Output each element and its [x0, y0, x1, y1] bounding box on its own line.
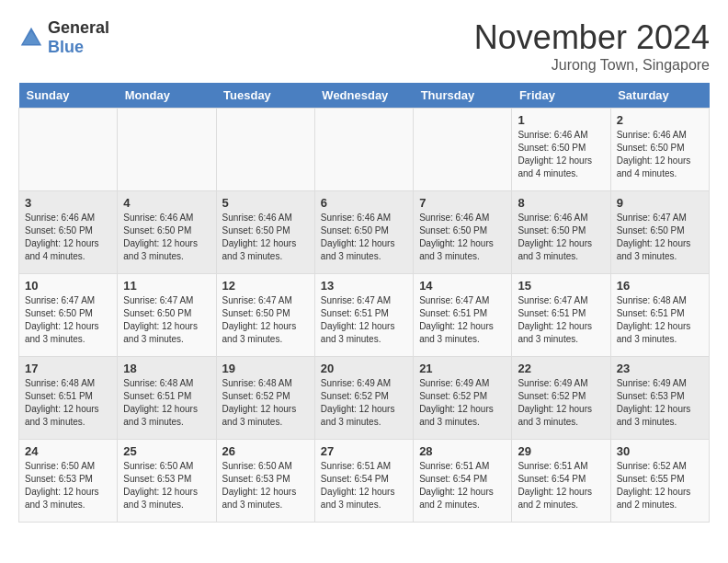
month-title: November 2024 — [474, 18, 710, 57]
calendar-cell: 29Sunrise: 6:51 AM Sunset: 6:54 PM Dayli… — [512, 440, 610, 523]
day-number: 22 — [518, 362, 604, 375]
calendar-header-row: SundayMondayTuesdayWednesdayThursdayFrid… — [19, 83, 710, 109]
location-subtitle: Jurong Town, Singapore — [474, 57, 710, 74]
day-number: 1 — [518, 113, 604, 127]
calendar-cell — [216, 109, 314, 191]
header-tuesday: Tuesday — [216, 83, 314, 109]
calendar-cell: 18Sunrise: 6:48 AM Sunset: 6:51 PM Dayli… — [118, 357, 216, 440]
logo-icon — [18, 25, 44, 51]
day-number: 12 — [222, 279, 309, 293]
calendar-cell: 3Sunrise: 6:46 AM Sunset: 6:50 PM Daylig… — [19, 191, 118, 274]
day-details: Sunrise: 6:51 AM Sunset: 6:54 PM Dayligh… — [518, 460, 604, 511]
day-number: 7 — [419, 196, 506, 210]
calendar-cell: 21Sunrise: 6:49 AM Sunset: 6:52 PM Dayli… — [414, 357, 512, 440]
calendar-week-1: 1Sunrise: 6:46 AM Sunset: 6:50 PM Daylig… — [19, 109, 710, 191]
calendar-cell: 28Sunrise: 6:51 AM Sunset: 6:54 PM Dayli… — [414, 440, 512, 523]
day-number: 8 — [518, 196, 604, 210]
calendar-cell: 11Sunrise: 6:47 AM Sunset: 6:50 PM Dayli… — [118, 274, 216, 357]
day-details: Sunrise: 6:46 AM Sunset: 6:50 PM Dayligh… — [518, 212, 604, 263]
logo-blue-text: Blue — [48, 38, 84, 56]
day-number: 30 — [617, 444, 703, 458]
calendar-week-5: 24Sunrise: 6:50 AM Sunset: 6:53 PM Dayli… — [19, 440, 710, 523]
calendar-week-4: 17Sunrise: 6:48 AM Sunset: 6:51 PM Dayli… — [19, 357, 710, 440]
day-number: 16 — [617, 279, 703, 293]
day-number: 11 — [123, 279, 210, 293]
day-details: Sunrise: 6:49 AM Sunset: 6:52 PM Dayligh… — [419, 377, 506, 429]
day-details: Sunrise: 6:49 AM Sunset: 6:53 PM Dayligh… — [617, 377, 703, 429]
day-details: Sunrise: 6:46 AM Sunset: 6:50 PM Dayligh… — [222, 212, 309, 263]
calendar-cell: 27Sunrise: 6:51 AM Sunset: 6:54 PM Dayli… — [314, 440, 413, 523]
header-saturday: Saturday — [610, 83, 709, 109]
calendar-cell: 10Sunrise: 6:47 AM Sunset: 6:50 PM Dayli… — [19, 274, 118, 357]
day-details: Sunrise: 6:47 AM Sunset: 6:51 PM Dayligh… — [419, 294, 506, 346]
calendar-cell: 23Sunrise: 6:49 AM Sunset: 6:53 PM Dayli… — [610, 357, 709, 440]
day-details: Sunrise: 6:50 AM Sunset: 6:53 PM Dayligh… — [222, 460, 309, 511]
day-number: 21 — [419, 362, 506, 375]
day-details: Sunrise: 6:50 AM Sunset: 6:53 PM Dayligh… — [25, 460, 111, 511]
day-number: 18 — [123, 362, 210, 375]
day-details: Sunrise: 6:48 AM Sunset: 6:52 PM Dayligh… — [222, 377, 309, 429]
day-number: 25 — [123, 444, 210, 458]
day-number: 26 — [222, 444, 309, 458]
calendar-table: SundayMondayTuesdayWednesdayThursdayFrid… — [18, 83, 710, 523]
header-wednesday: Wednesday — [314, 83, 413, 109]
calendar-cell: 7Sunrise: 6:46 AM Sunset: 6:50 PM Daylig… — [414, 191, 512, 274]
page-header: General Blue November 2024 Jurong Town, … — [18, 18, 710, 74]
calendar-cell: 16Sunrise: 6:48 AM Sunset: 6:51 PM Dayli… — [610, 274, 709, 357]
calendar-cell: 14Sunrise: 6:47 AM Sunset: 6:51 PM Dayli… — [414, 274, 512, 357]
calendar-cell: 9Sunrise: 6:47 AM Sunset: 6:50 PM Daylig… — [610, 191, 709, 274]
day-number: 17 — [25, 362, 111, 375]
day-details: Sunrise: 6:48 AM Sunset: 6:51 PM Dayligh… — [123, 377, 210, 429]
day-number: 20 — [321, 362, 407, 375]
day-details: Sunrise: 6:48 AM Sunset: 6:51 PM Dayligh… — [25, 377, 111, 429]
calendar-cell: 6Sunrise: 6:46 AM Sunset: 6:50 PM Daylig… — [314, 191, 413, 274]
day-details: Sunrise: 6:46 AM Sunset: 6:50 PM Dayligh… — [419, 212, 506, 263]
day-details: Sunrise: 6:51 AM Sunset: 6:54 PM Dayligh… — [419, 460, 506, 511]
logo: General Blue — [18, 18, 109, 57]
calendar-cell: 26Sunrise: 6:50 AM Sunset: 6:53 PM Dayli… — [216, 440, 314, 523]
header-thursday: Thursday — [414, 83, 512, 109]
calendar-cell: 2Sunrise: 6:46 AM Sunset: 6:50 PM Daylig… — [610, 109, 709, 191]
day-details: Sunrise: 6:49 AM Sunset: 6:52 PM Dayligh… — [518, 377, 604, 429]
day-number: 2 — [617, 113, 703, 127]
day-number: 9 — [617, 196, 703, 210]
day-details: Sunrise: 6:52 AM Sunset: 6:55 PM Dayligh… — [617, 460, 703, 511]
calendar-cell: 1Sunrise: 6:46 AM Sunset: 6:50 PM Daylig… — [512, 109, 610, 191]
header-monday: Monday — [118, 83, 216, 109]
day-number: 27 — [321, 444, 407, 458]
day-details: Sunrise: 6:47 AM Sunset: 6:51 PM Dayligh… — [321, 294, 407, 346]
calendar-cell: 12Sunrise: 6:47 AM Sunset: 6:50 PM Dayli… — [216, 274, 314, 357]
day-details: Sunrise: 6:46 AM Sunset: 6:50 PM Dayligh… — [617, 129, 703, 180]
calendar-cell — [19, 109, 118, 191]
day-details: Sunrise: 6:47 AM Sunset: 6:50 PM Dayligh… — [222, 294, 309, 346]
calendar-cell — [118, 109, 216, 191]
title-block: November 2024 Jurong Town, Singapore — [474, 18, 710, 74]
day-number: 29 — [518, 444, 604, 458]
day-details: Sunrise: 6:51 AM Sunset: 6:54 PM Dayligh… — [321, 460, 407, 511]
day-number: 3 — [25, 196, 111, 210]
calendar-cell: 24Sunrise: 6:50 AM Sunset: 6:53 PM Dayli… — [19, 440, 118, 523]
day-number: 14 — [419, 279, 506, 293]
day-details: Sunrise: 6:46 AM Sunset: 6:50 PM Dayligh… — [123, 212, 210, 263]
day-details: Sunrise: 6:47 AM Sunset: 6:50 PM Dayligh… — [25, 294, 111, 346]
day-details: Sunrise: 6:47 AM Sunset: 6:50 PM Dayligh… — [123, 294, 210, 346]
header-sunday: Sunday — [19, 83, 118, 109]
day-details: Sunrise: 6:46 AM Sunset: 6:50 PM Dayligh… — [25, 212, 111, 263]
day-details: Sunrise: 6:49 AM Sunset: 6:52 PM Dayligh… — [321, 377, 407, 429]
calendar-cell: 30Sunrise: 6:52 AM Sunset: 6:55 PM Dayli… — [610, 440, 709, 523]
calendar-cell: 22Sunrise: 6:49 AM Sunset: 6:52 PM Dayli… — [512, 357, 610, 440]
day-details: Sunrise: 6:46 AM Sunset: 6:50 PM Dayligh… — [321, 212, 407, 263]
day-number: 19 — [222, 362, 309, 375]
calendar-week-3: 10Sunrise: 6:47 AM Sunset: 6:50 PM Dayli… — [19, 274, 710, 357]
calendar-cell: 13Sunrise: 6:47 AM Sunset: 6:51 PM Dayli… — [314, 274, 413, 357]
header-friday: Friday — [512, 83, 610, 109]
calendar-cell: 25Sunrise: 6:50 AM Sunset: 6:53 PM Dayli… — [118, 440, 216, 523]
day-details: Sunrise: 6:47 AM Sunset: 6:51 PM Dayligh… — [518, 294, 604, 346]
day-number: 10 — [25, 279, 111, 293]
day-number: 6 — [321, 196, 407, 210]
day-details: Sunrise: 6:48 AM Sunset: 6:51 PM Dayligh… — [617, 294, 703, 346]
calendar-cell: 15Sunrise: 6:47 AM Sunset: 6:51 PM Dayli… — [512, 274, 610, 357]
day-number: 28 — [419, 444, 506, 458]
calendar-cell — [414, 109, 512, 191]
day-number: 24 — [25, 444, 111, 458]
